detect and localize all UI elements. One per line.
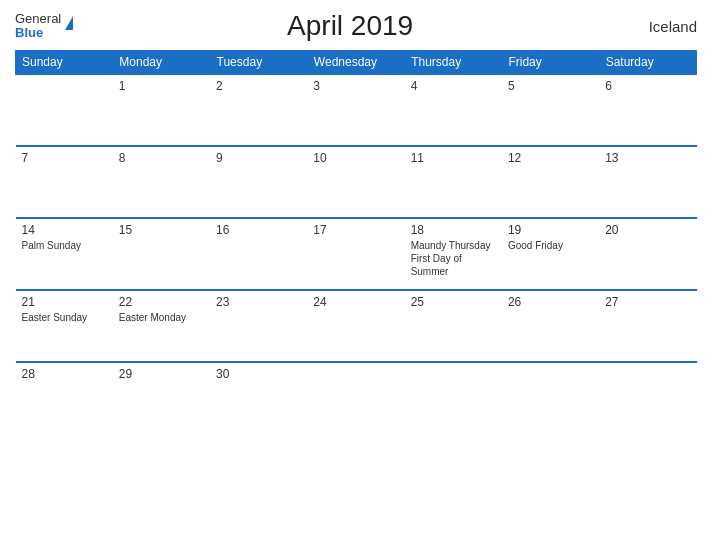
cell-w2-d7: 13 bbox=[599, 146, 696, 218]
holiday-label: Palm Sunday bbox=[22, 239, 107, 252]
day-number: 15 bbox=[119, 223, 204, 237]
day-number: 7 bbox=[22, 151, 107, 165]
cell-w1-d6: 5 bbox=[502, 74, 599, 146]
cell-w3-d2: 15 bbox=[113, 218, 210, 290]
day-number: 21 bbox=[22, 295, 107, 309]
week-row-2: 78910111213 bbox=[16, 146, 697, 218]
cell-w1-d1 bbox=[16, 74, 113, 146]
day-number: 10 bbox=[313, 151, 398, 165]
day-number: 23 bbox=[216, 295, 301, 309]
cell-w1-d3: 2 bbox=[210, 74, 307, 146]
cell-w4-d6: 26 bbox=[502, 290, 599, 362]
cell-w1-d4: 3 bbox=[307, 74, 404, 146]
day-number: 2 bbox=[216, 79, 301, 93]
day-number: 1 bbox=[119, 79, 204, 93]
cell-w3-d5: 18Maundy ThursdayFirst Day of Summer bbox=[405, 218, 502, 290]
logo: General Blue bbox=[15, 12, 73, 41]
day-number: 14 bbox=[22, 223, 107, 237]
header-friday: Friday bbox=[502, 51, 599, 75]
cell-w4-d7: 27 bbox=[599, 290, 696, 362]
week-row-3: 14Palm Sunday15161718Maundy ThursdayFirs… bbox=[16, 218, 697, 290]
day-number: 24 bbox=[313, 295, 398, 309]
cell-w5-d7 bbox=[599, 362, 696, 434]
holiday-label: Easter Sunday bbox=[22, 311, 107, 324]
cell-w5-d2: 29 bbox=[113, 362, 210, 434]
holiday-label: Easter Monday bbox=[119, 311, 204, 324]
day-number: 4 bbox=[411, 79, 496, 93]
day-number: 28 bbox=[22, 367, 107, 381]
cell-w5-d6 bbox=[502, 362, 599, 434]
cell-w3-d6: 19Good Friday bbox=[502, 218, 599, 290]
header-thursday: Thursday bbox=[405, 51, 502, 75]
day-number: 9 bbox=[216, 151, 301, 165]
cell-w4-d2: 22Easter Monday bbox=[113, 290, 210, 362]
cell-w4-d1: 21Easter Sunday bbox=[16, 290, 113, 362]
day-number: 20 bbox=[605, 223, 690, 237]
cell-w2-d6: 12 bbox=[502, 146, 599, 218]
cell-w4-d4: 24 bbox=[307, 290, 404, 362]
cell-w4-d5: 25 bbox=[405, 290, 502, 362]
day-number: 16 bbox=[216, 223, 301, 237]
cell-w3-d1: 14Palm Sunday bbox=[16, 218, 113, 290]
logo-triangle-icon bbox=[65, 16, 73, 30]
cell-w2-d5: 11 bbox=[405, 146, 502, 218]
cell-w3-d7: 20 bbox=[599, 218, 696, 290]
cell-w1-d5: 4 bbox=[405, 74, 502, 146]
header-wednesday: Wednesday bbox=[307, 51, 404, 75]
cell-w5-d1: 28 bbox=[16, 362, 113, 434]
holiday-label: Maundy ThursdayFirst Day of Summer bbox=[411, 239, 496, 278]
day-number: 12 bbox=[508, 151, 593, 165]
cell-w2-d1: 7 bbox=[16, 146, 113, 218]
day-number: 26 bbox=[508, 295, 593, 309]
day-number: 5 bbox=[508, 79, 593, 93]
calendar-table: Sunday Monday Tuesday Wednesday Thursday… bbox=[15, 50, 697, 434]
day-number: 3 bbox=[313, 79, 398, 93]
week-row-5: 282930 bbox=[16, 362, 697, 434]
day-number: 17 bbox=[313, 223, 398, 237]
cell-w3-d4: 17 bbox=[307, 218, 404, 290]
header-tuesday: Tuesday bbox=[210, 51, 307, 75]
cell-w5-d4 bbox=[307, 362, 404, 434]
weekday-header-row: Sunday Monday Tuesday Wednesday Thursday… bbox=[16, 51, 697, 75]
cell-w1-d7: 6 bbox=[599, 74, 696, 146]
page-title: April 2019 bbox=[73, 10, 627, 42]
holiday-label: Good Friday bbox=[508, 239, 593, 252]
header: General Blue April 2019 Iceland bbox=[15, 10, 697, 42]
header-sunday: Sunday bbox=[16, 51, 113, 75]
day-number: 30 bbox=[216, 367, 301, 381]
country-label: Iceland bbox=[627, 18, 697, 35]
cell-w2-d2: 8 bbox=[113, 146, 210, 218]
day-number: 22 bbox=[119, 295, 204, 309]
day-number: 6 bbox=[605, 79, 690, 93]
day-number: 8 bbox=[119, 151, 204, 165]
calendar-page: General Blue April 2019 Iceland Sunday M… bbox=[0, 0, 712, 550]
logo-blue-text: Blue bbox=[15, 26, 61, 40]
cell-w2-d3: 9 bbox=[210, 146, 307, 218]
day-number: 18 bbox=[411, 223, 496, 237]
cell-w4-d3: 23 bbox=[210, 290, 307, 362]
day-number: 11 bbox=[411, 151, 496, 165]
header-saturday: Saturday bbox=[599, 51, 696, 75]
day-number: 19 bbox=[508, 223, 593, 237]
day-number: 29 bbox=[119, 367, 204, 381]
day-number: 27 bbox=[605, 295, 690, 309]
header-monday: Monday bbox=[113, 51, 210, 75]
day-number: 25 bbox=[411, 295, 496, 309]
week-row-1: 123456 bbox=[16, 74, 697, 146]
cell-w5-d5 bbox=[405, 362, 502, 434]
cell-w5-d3: 30 bbox=[210, 362, 307, 434]
cell-w3-d3: 16 bbox=[210, 218, 307, 290]
logo-general-text: General bbox=[15, 12, 61, 26]
cell-w2-d4: 10 bbox=[307, 146, 404, 218]
week-row-4: 21Easter Sunday22Easter Monday2324252627 bbox=[16, 290, 697, 362]
day-number: 13 bbox=[605, 151, 690, 165]
cell-w1-d2: 1 bbox=[113, 74, 210, 146]
